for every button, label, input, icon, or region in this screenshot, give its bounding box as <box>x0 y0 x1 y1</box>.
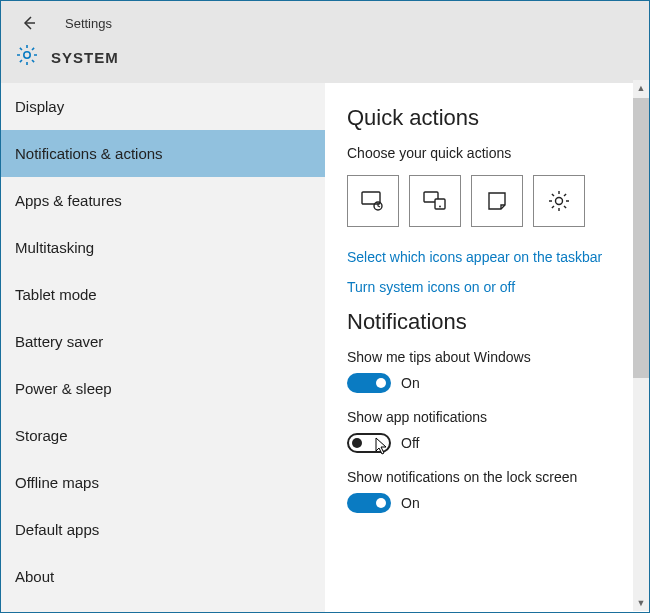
sidebar-item-power-sleep[interactable]: Power & sleep <box>1 365 325 412</box>
note-icon <box>485 189 509 213</box>
all-settings-icon <box>547 189 571 213</box>
svg-point-7 <box>556 198 563 205</box>
quick-tile-all-settings[interactable] <box>533 175 585 227</box>
toggle-label-tips: Show me tips about Windows <box>347 349 627 365</box>
sidebar-item-label: Offline maps <box>15 474 99 491</box>
sidebar-item-multitasking[interactable]: Multitasking <box>1 224 325 271</box>
svg-rect-5 <box>435 199 445 209</box>
sidebar-item-battery-saver[interactable]: Battery saver <box>1 318 325 365</box>
toggle-lock-screen[interactable] <box>347 493 391 513</box>
titlebar: Settings <box>1 9 649 37</box>
notifications-title: Notifications <box>347 309 627 335</box>
svg-point-1 <box>24 52 30 58</box>
quick-actions-grid <box>347 175 627 227</box>
sidebar-item-label: Storage <box>15 427 68 444</box>
connect-icon <box>422 188 448 214</box>
sidebar-item-label: Tablet mode <box>15 286 97 303</box>
link-system-icons[interactable]: Turn system icons on or off <box>347 279 627 295</box>
back-button[interactable] <box>17 11 41 35</box>
sidebar-item-display[interactable]: Display <box>1 83 325 130</box>
toggle-state-app: Off <box>401 435 419 451</box>
gear-icon <box>15 43 39 71</box>
back-arrow-icon <box>20 14 38 32</box>
toggle-label-lock: Show notifications on the lock screen <box>347 469 627 485</box>
category-title: SYSTEM <box>51 49 119 66</box>
sidebar-item-label: Power & sleep <box>15 380 112 397</box>
sidebar-item-label: About <box>15 568 54 585</box>
category-row: SYSTEM <box>1 37 649 71</box>
toggle-state-lock: On <box>401 495 420 511</box>
window-title: Settings <box>65 16 112 31</box>
sidebar-item-notifications-actions[interactable]: Notifications & actions <box>1 130 325 177</box>
sidebar-item-offline-maps[interactable]: Offline maps <box>1 459 325 506</box>
sidebar-item-label: Multitasking <box>15 239 94 256</box>
quick-actions-title: Quick actions <box>347 105 627 131</box>
sidebar-item-label: Display <box>15 98 64 115</box>
sidebar: Display Notifications & actions Apps & f… <box>1 83 325 613</box>
quick-tile-note[interactable] <box>471 175 523 227</box>
sidebar-item-label: Apps & features <box>15 192 122 209</box>
toggle-row-app-notifications: Show app notifications Off <box>347 409 627 453</box>
sidebar-item-about[interactable]: About <box>1 553 325 600</box>
sidebar-item-label: Notifications & actions <box>15 145 163 162</box>
sidebar-item-tablet-mode[interactable]: Tablet mode <box>1 271 325 318</box>
toggle-row-lock-screen: Show notifications on the lock screen On <box>347 469 627 513</box>
sidebar-item-label: Default apps <box>15 521 99 538</box>
main: Display Notifications & actions Apps & f… <box>1 83 649 613</box>
sidebar-item-label: Battery saver <box>15 333 103 350</box>
scroll-down-icon[interactable]: ▼ <box>633 595 649 611</box>
toggle-tips[interactable] <box>347 373 391 393</box>
link-taskbar-icons[interactable]: Select which icons appear on the taskbar <box>347 249 627 265</box>
tablet-mode-icon <box>360 188 386 214</box>
quick-tile-connect[interactable] <box>409 175 461 227</box>
header: Settings SYSTEM <box>1 1 649 83</box>
sidebar-item-storage[interactable]: Storage <box>1 412 325 459</box>
toggle-label-app: Show app notifications <box>347 409 627 425</box>
quick-tile-tablet-mode[interactable] <box>347 175 399 227</box>
content-pane: Quick actions Choose your quick actions … <box>325 83 649 613</box>
toggle-row-tips: Show me tips about Windows On <box>347 349 627 393</box>
sidebar-item-default-apps[interactable]: Default apps <box>1 506 325 553</box>
quick-actions-subtitle: Choose your quick actions <box>347 145 627 161</box>
svg-point-6 <box>439 206 441 208</box>
scroll-up-icon[interactable]: ▲ <box>633 80 649 96</box>
scrollbar[interactable]: ▲ ▼ <box>633 80 649 611</box>
toggle-app-notifications[interactable] <box>347 433 391 453</box>
toggle-state-tips: On <box>401 375 420 391</box>
sidebar-item-apps-features[interactable]: Apps & features <box>1 177 325 224</box>
scroll-thumb[interactable] <box>633 98 649 378</box>
